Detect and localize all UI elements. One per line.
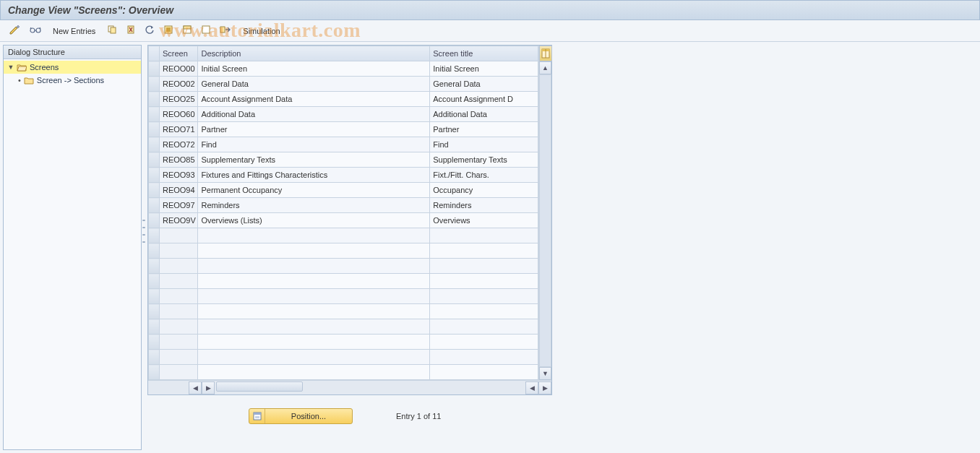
cell-screen-title[interactable] <box>430 319 538 335</box>
scroll-track[interactable] <box>539 74 551 367</box>
find-button[interactable] <box>26 23 45 39</box>
row-selector[interactable] <box>149 213 160 228</box>
cell-screen-title[interactable] <box>430 350 538 365</box>
new-entries-button[interactable]: New Entries <box>46 23 102 39</box>
cell-screen-title[interactable] <box>430 243 538 259</box>
tree-item-screen-sections[interactable]: • Screen -> Sections <box>4 74 141 87</box>
cell-description[interactable] <box>198 365 430 380</box>
scroll-right-end-button[interactable]: ▶ <box>538 381 551 394</box>
row-selector[interactable] <box>149 137 160 152</box>
table-row: REOO94Permanent OccupancyOccupancy <box>149 183 538 198</box>
scroll-left-end-button[interactable]: ◀ <box>525 381 538 394</box>
row-selector[interactable] <box>149 350 160 365</box>
tree-item-screens[interactable]: ▼ Screens <box>4 61 141 74</box>
column-header-screen-title[interactable]: Screen title <box>430 46 538 61</box>
cell-description[interactable] <box>198 243 430 259</box>
cell-description[interactable] <box>198 304 430 319</box>
cell-description[interactable]: Fixtures and Fittings Characteristics <box>198 168 430 183</box>
row-selector[interactable] <box>149 304 160 319</box>
table-row: REOO93Fixtures and Fittings Characterist… <box>149 168 538 183</box>
cell-description[interactable] <box>198 319 430 335</box>
copy-as-button[interactable] <box>103 23 121 39</box>
cell-description[interactable]: Additional Data <box>198 107 430 122</box>
cell-screen-title[interactable]: Initial Screen <box>430 61 538 77</box>
row-selector[interactable] <box>149 152 160 168</box>
position-button[interactable]: Position... <box>249 408 353 424</box>
cell-screen-title[interactable]: Additional Data <box>430 107 538 122</box>
row-selector[interactable] <box>149 168 160 183</box>
row-selector[interactable] <box>149 319 160 335</box>
cell-screen-title[interactable]: General Data <box>430 77 538 92</box>
cell-screen-title[interactable] <box>430 365 538 380</box>
vertical-scrollbar[interactable]: ▲ ▼ <box>538 46 551 380</box>
cell-screen-title[interactable]: Partner <box>430 122 538 137</box>
row-selector[interactable] <box>149 198 160 213</box>
row-selector[interactable] <box>149 92 160 107</box>
column-header-description[interactable]: Description <box>198 46 430 61</box>
row-selector[interactable] <box>149 107 160 122</box>
horizontal-scrollbar[interactable]: ◀ ▶ ◀ ▶ <box>148 380 551 394</box>
column-header-screen[interactable]: Screen <box>159 46 197 61</box>
cell-screen-title[interactable] <box>430 289 538 304</box>
cell-description[interactable] <box>198 228 430 243</box>
cell-description[interactable]: Find <box>198 137 430 152</box>
select-block-icon <box>182 25 192 37</box>
row-selector[interactable] <box>149 243 160 259</box>
hscroll-thumb[interactable] <box>216 381 303 392</box>
cell-screen-title[interactable] <box>430 335 538 350</box>
tree-item-label: Screen -> Sections <box>37 76 104 85</box>
row-selector[interactable] <box>149 77 160 92</box>
row-selector[interactable] <box>149 289 160 304</box>
cell-screen-title[interactable] <box>430 228 538 243</box>
cell-description[interactable]: Reminders <box>198 198 430 213</box>
undo-change-button[interactable] <box>141 23 158 39</box>
toolbar: New Entries Simulation <box>0 20 980 42</box>
row-selector[interactable] <box>149 61 160 77</box>
cell-screen-title[interactable] <box>430 304 538 319</box>
row-selector[interactable] <box>149 335 160 350</box>
cell-description[interactable] <box>198 335 430 350</box>
cell-screen-title[interactable] <box>430 274 538 289</box>
row-selector[interactable] <box>149 228 160 243</box>
scroll-left-button[interactable]: ◀ <box>189 381 202 394</box>
cell-screen-title[interactable]: Account Assignment D <box>430 92 538 107</box>
cell-screen-title[interactable] <box>430 259 538 274</box>
select-all-button[interactable] <box>160 23 177 39</box>
row-selector[interactable] <box>149 274 160 289</box>
select-block-button[interactable] <box>179 23 196 39</box>
cell-description[interactable]: Initial Screen <box>198 61 430 77</box>
deselect-all-button[interactable] <box>197 23 215 39</box>
tree-collapse-icon[interactable]: ▼ <box>7 63 15 72</box>
toggle-display-change-button[interactable] <box>6 23 25 39</box>
cell-screen-title[interactable]: Supplementary Texts <box>430 152 538 168</box>
scroll-up-button[interactable]: ▲ <box>539 61 551 74</box>
cell-description[interactable] <box>198 274 430 289</box>
cell-description[interactable]: Supplementary Texts <box>198 152 430 168</box>
scroll-right-button[interactable]: ▶ <box>202 381 215 394</box>
simulation-button[interactable]: Simulation <box>236 23 286 39</box>
cell-description[interactable] <box>198 350 430 365</box>
cell-description[interactable]: General Data <box>198 77 430 92</box>
row-selector[interactable] <box>149 183 160 198</box>
cell-description[interactable]: Overviews (Lists) <box>198 213 430 228</box>
cell-description[interactable] <box>198 289 430 304</box>
cell-screen-title[interactable]: Occupancy <box>430 183 538 198</box>
table-settings-button[interactable] <box>539 46 552 61</box>
cell-screen-title[interactable]: Reminders <box>430 198 538 213</box>
cell-screen-title[interactable]: Find <box>430 137 538 152</box>
select-all-header[interactable] <box>149 46 160 61</box>
row-selector[interactable] <box>149 365 160 380</box>
scroll-down-button[interactable]: ▼ <box>539 367 551 380</box>
row-selector[interactable] <box>149 259 160 274</box>
configure-button[interactable] <box>216 23 235 39</box>
cell-screen-title[interactable]: Overviews <box>430 213 538 228</box>
table-row-empty <box>149 289 538 304</box>
delete-button[interactable] <box>122 23 139 39</box>
cell-screen-title[interactable]: Fixt./Fitt. Chars. <box>430 168 538 183</box>
cell-description[interactable]: Permanent Occupancy <box>198 183 430 198</box>
cell-description[interactable]: Account Assignment Data <box>198 92 430 107</box>
cell-description[interactable]: Partner <box>198 122 430 137</box>
cell-description[interactable] <box>198 259 430 274</box>
row-selector[interactable] <box>149 122 160 137</box>
main-area: Screen Description Screen title REOO00In… <box>142 42 980 453</box>
